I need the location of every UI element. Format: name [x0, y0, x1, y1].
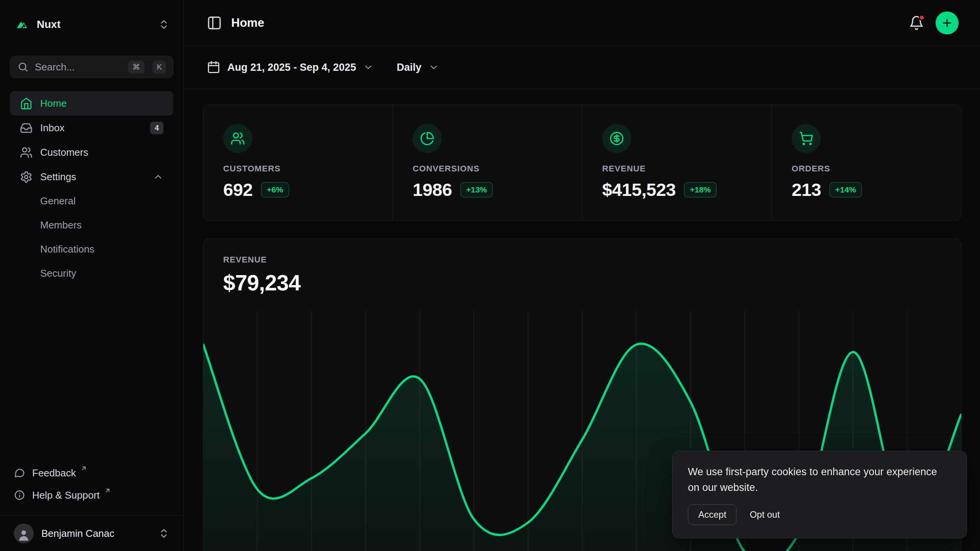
- stat-value: $415,523: [602, 179, 676, 200]
- stat-label: REVENUE: [602, 164, 751, 174]
- panel-left-icon: [207, 15, 222, 31]
- stat-value: 213: [792, 179, 821, 200]
- filter-toolbar: Aug 21, 2025 - Sep 4, 2025 Daily: [184, 46, 980, 89]
- shopping-cart-icon: [792, 124, 821, 153]
- feedback-label: Feedback: [32, 467, 76, 479]
- add-button[interactable]: [936, 11, 959, 34]
- sub-item-label: General: [40, 195, 76, 207]
- sub-item-label: Notifications: [40, 243, 95, 255]
- accept-cookies-button[interactable]: Accept: [688, 504, 737, 525]
- home-icon: [20, 97, 33, 110]
- chevron-up-icon: [153, 171, 163, 182]
- sidebar-item-home[interactable]: Home: [10, 91, 173, 116]
- sidebar-item-members[interactable]: Members: [10, 213, 173, 237]
- workspace-selector[interactable]: Nuxt: [10, 13, 173, 36]
- dollar-circle-icon: [602, 124, 631, 153]
- avatar: [14, 523, 34, 543]
- sidebar-item-label: Home: [40, 98, 67, 109]
- date-range-picker[interactable]: Aug 21, 2025 - Sep 4, 2025: [207, 60, 374, 74]
- inbox-icon: [20, 122, 33, 134]
- search-input[interactable]: Search... ⌘ K: [10, 56, 173, 78]
- notification-dot: [919, 15, 925, 21]
- stat-conversions: CONVERSIONS 1986 +13%: [393, 105, 582, 220]
- chevrons-up-down-icon: [158, 19, 170, 30]
- stat-label: CONVERSIONS: [413, 164, 562, 174]
- sidebar-footer: Feedback Help & Support: [0, 462, 183, 515]
- date-range-label: Aug 21, 2025 - Sep 4, 2025: [227, 62, 356, 73]
- help-support-link[interactable]: Help & Support: [10, 484, 173, 506]
- chevron-down-icon: [428, 62, 439, 73]
- cookie-message: We use first-party cookies to enhance yo…: [688, 464, 951, 495]
- chevrons-up-down-icon: [158, 528, 170, 539]
- sub-item-label: Members: [40, 219, 82, 231]
- message-circle-icon: [14, 467, 25, 479]
- sidebar-nav: Home Inbox 4 Customers Settings General: [10, 91, 173, 285]
- granularity-select[interactable]: Daily: [397, 62, 439, 73]
- stat-delta-badge: +13%: [461, 182, 493, 197]
- users-icon: [20, 146, 33, 159]
- stat-delta-badge: +6%: [261, 182, 289, 197]
- page-title: Home: [231, 16, 264, 30]
- stat-value: 1986: [413, 179, 452, 200]
- revenue-card-label: REVENUE: [223, 255, 941, 265]
- revenue-card-value: $79,234: [223, 270, 941, 295]
- sidebar-item-settings[interactable]: Settings: [10, 165, 173, 189]
- sidebar-item-label: Inbox: [40, 122, 65, 134]
- info-circle-icon: [14, 489, 25, 501]
- sidebar-item-label: Settings: [40, 171, 76, 183]
- external-link-icon: [80, 465, 87, 472]
- sidebar-top: Nuxt Search... ⌘ K Home Inbox 4: [0, 0, 183, 462]
- stat-delta-badge: +14%: [830, 182, 862, 197]
- help-support-label: Help & Support: [32, 489, 100, 501]
- stat-customers: CUSTOMERS 692 +6%: [203, 105, 393, 220]
- plus-icon: [941, 17, 953, 29]
- inbox-count-badge: 4: [150, 122, 163, 134]
- kbd-cmd: ⌘: [128, 60, 144, 73]
- sidebar-item-security[interactable]: Security: [10, 261, 173, 285]
- opt-out-cookies-button[interactable]: Opt out: [743, 505, 787, 525]
- sidebar-item-general[interactable]: General: [10, 189, 173, 213]
- user-name: Benjamin Canac: [41, 528, 114, 540]
- sidebar-item-customers[interactable]: Customers: [10, 140, 173, 165]
- stats-summary-card: CUSTOMERS 692 +6% CONVERSIONS 1986 +13%: [203, 104, 962, 221]
- sidebar-item-inbox[interactable]: Inbox 4: [10, 116, 173, 140]
- sidebar-item-notifications[interactable]: Notifications: [10, 237, 173, 261]
- sidebar: Nuxt Search... ⌘ K Home Inbox 4: [0, 0, 184, 551]
- feedback-link[interactable]: Feedback: [10, 462, 173, 484]
- granularity-label: Daily: [397, 62, 421, 73]
- nuxt-logo-icon: [14, 19, 30, 30]
- sidebar-item-label: Customers: [40, 147, 88, 158]
- user-menu[interactable]: Benjamin Canac: [0, 515, 183, 551]
- cookie-consent-toast: We use first-party cookies to enhance yo…: [672, 451, 967, 538]
- gear-icon: [20, 171, 33, 183]
- stat-orders: ORDERS 213 +14%: [772, 105, 961, 220]
- stat-delta-badge: +18%: [684, 182, 716, 197]
- chevron-down-icon: [363, 62, 374, 73]
- search-placeholder: Search...: [35, 61, 75, 73]
- users-icon: [223, 124, 252, 153]
- stat-revenue: REVENUE $415,523 +18%: [582, 105, 772, 220]
- topbar: Home: [184, 0, 980, 46]
- stat-label: ORDERS: [792, 164, 941, 174]
- sidebar-toggle-button[interactable]: [207, 15, 222, 31]
- external-link-icon: [104, 487, 111, 494]
- pie-chart-icon: [413, 124, 442, 153]
- stat-label: CUSTOMERS: [223, 164, 372, 174]
- calendar-icon: [207, 60, 220, 74]
- sub-item-label: Security: [40, 267, 76, 279]
- search-icon: [17, 61, 29, 73]
- stat-value: 692: [223, 179, 253, 200]
- notifications-button[interactable]: [909, 15, 924, 31]
- kbd-k: K: [153, 61, 166, 73]
- workspace-name: Nuxt: [37, 18, 60, 31]
